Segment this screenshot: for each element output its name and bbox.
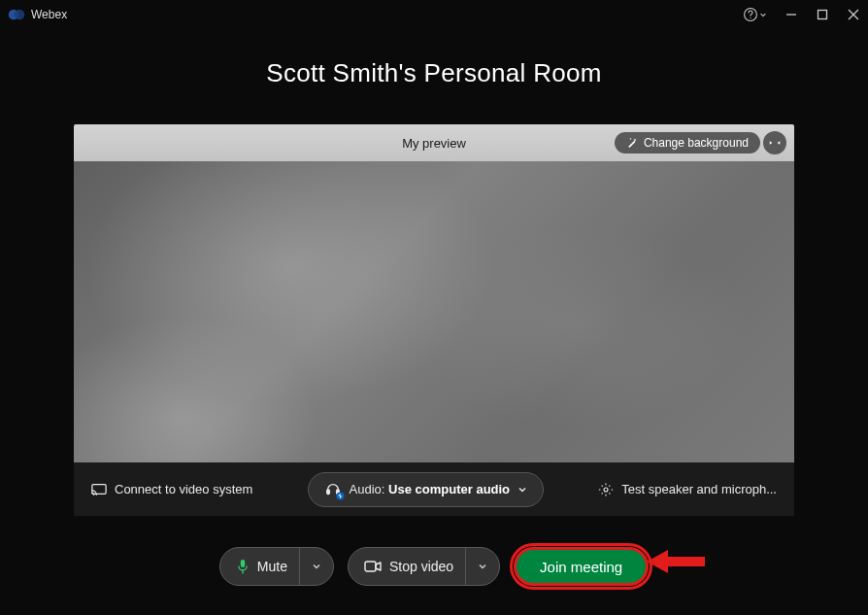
audio-selector-label: Audio: Use computer audio <box>350 482 510 496</box>
magic-wand-icon <box>626 137 638 149</box>
stop-video-label: Stop video <box>389 559 453 574</box>
gear-icon <box>598 482 614 497</box>
mute-options-chevron[interactable] <box>299 548 333 585</box>
mute-label: Mute <box>257 559 287 574</box>
bottom-controls: Mute Stop video Join meeting <box>0 547 868 586</box>
svg-rect-6 <box>326 490 329 495</box>
mirror-icon <box>768 136 782 150</box>
svg-rect-10 <box>241 560 245 567</box>
preview-panel: My preview Change background Connect to … <box>74 124 794 516</box>
change-background-label: Change background <box>644 136 749 150</box>
webex-logo-icon <box>8 6 25 23</box>
test-speaker-label: Test speaker and microph... <box>621 482 777 496</box>
audio-selector-button[interactable]: Audio: Use computer audio <box>308 472 544 507</box>
video-camera-icon <box>364 560 382 573</box>
chevron-down-icon <box>478 562 487 571</box>
app-title: Webex <box>31 8 67 21</box>
join-meeting-label: Join meeting <box>540 559 622 575</box>
headset-icon <box>324 481 342 498</box>
join-meeting-button[interactable]: Join meeting <box>514 547 649 586</box>
svg-point-3 <box>750 17 751 18</box>
svg-point-9 <box>604 488 608 492</box>
svg-rect-4 <box>818 11 827 19</box>
svg-rect-5 <box>92 484 106 494</box>
connect-video-system-button[interactable]: Connect to video system <box>91 482 252 496</box>
maximize-button[interactable] <box>816 8 829 21</box>
svg-point-1 <box>15 10 25 20</box>
room-title: Scott Smith's Personal Room <box>0 58 868 88</box>
cast-icon <box>91 483 107 496</box>
chevron-down-icon <box>517 485 527 495</box>
chevron-down-icon <box>312 562 321 571</box>
help-button[interactable] <box>743 7 767 22</box>
audio-row: Connect to video system Audio: Use compu… <box>74 462 794 516</box>
svg-rect-11 <box>365 562 376 571</box>
preview-header: My preview Change background <box>74 124 794 161</box>
minimize-button[interactable] <box>785 8 798 21</box>
title-bar: Webex <box>0 0 868 29</box>
mirror-toggle-button[interactable] <box>763 131 786 154</box>
preview-header-label: My preview <box>402 136 466 151</box>
connect-video-label: Connect to video system <box>115 482 252 496</box>
stop-video-button[interactable]: Stop video <box>348 547 500 586</box>
video-preview <box>74 161 794 462</box>
mute-button[interactable]: Mute <box>219 547 334 586</box>
change-background-button[interactable]: Change background <box>615 132 760 154</box>
test-speaker-button[interactable]: Test speaker and microph... <box>598 482 777 497</box>
close-button[interactable] <box>847 8 860 21</box>
video-options-chevron[interactable] <box>465 548 499 585</box>
microphone-icon <box>236 559 250 574</box>
